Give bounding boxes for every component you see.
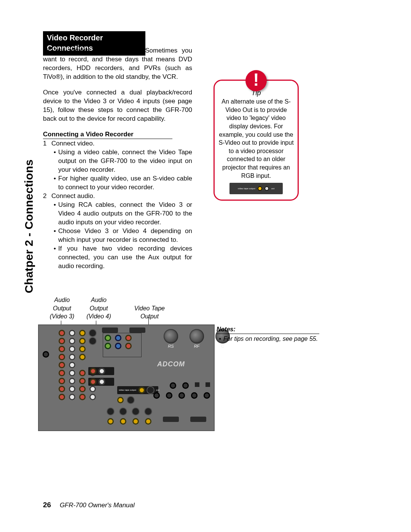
hdmi-port-icon xyxy=(129,328,145,333)
tip-panel-left-label: video tape output xyxy=(238,187,255,190)
knob-label: RF xyxy=(190,343,204,349)
notes-item: For tips on recording, see page 55. xyxy=(217,335,327,343)
highlight-video-tape-output: video tape output out xyxy=(117,386,158,394)
highlight-output xyxy=(88,378,114,386)
label-audio-out-v3: Audio Output (Video 3) xyxy=(45,296,80,321)
chapter-tab-text: Chatper 2 - Connections xyxy=(22,160,35,293)
step-title: Connect video. xyxy=(51,139,192,148)
intro-paragraph-1: It's not always about playback. Sometime… xyxy=(43,46,192,81)
bullet-item: Choose Video 3 or Video 4 depending on w… xyxy=(51,227,192,244)
bullet-item: If you have two video recording devices … xyxy=(51,244,192,271)
panel-row xyxy=(59,346,96,352)
svideo-icon xyxy=(264,186,269,191)
highlight-aux-output xyxy=(88,367,114,375)
chapter-tab: Chatper 2 - Connections xyxy=(21,160,37,293)
sub-header: Connecting a Video Recorder xyxy=(43,130,172,139)
bullet-item: Using a video cable, connect the Video T… xyxy=(51,148,192,174)
step-bullets: Using a video cable, connect the Video T… xyxy=(51,148,192,192)
step-title: Connect audio. xyxy=(51,192,192,201)
step-bullets: Using RCA cables, connect the Video 3 or… xyxy=(51,201,192,271)
step-number: 1 xyxy=(43,139,51,148)
diagram-labels: Audio Output (Video 3) Audio Output (Vid… xyxy=(45,296,170,321)
intro-paragraph-2: Once you've connected a dual playback/re… xyxy=(43,88,192,123)
rca-yellow-icon xyxy=(258,186,262,191)
tip-mini-panel: video tape output out xyxy=(229,183,283,194)
svideo-icon xyxy=(147,387,154,393)
svideo-icon xyxy=(127,397,134,403)
binding-post-icon xyxy=(190,329,204,343)
notes-block: Notes: For tips on recording, see page 5… xyxy=(217,325,327,343)
hdmi-port-icon xyxy=(190,417,206,422)
body-column: It's not always about playback. Sometime… xyxy=(43,46,192,271)
tip-panel-right-label: out xyxy=(271,187,274,190)
tip-body: An alternate use of the S-Video Out is t… xyxy=(218,97,294,180)
rca-white-icon xyxy=(99,379,105,385)
binding-post-icon xyxy=(164,329,178,343)
rca-yellow-icon xyxy=(139,387,145,393)
panel-row xyxy=(59,386,96,392)
step-row: 1 Connect video. xyxy=(43,139,192,148)
panel-row xyxy=(59,330,96,336)
tip-box: ! Tip An alternate use of the S-Video Ou… xyxy=(213,80,299,201)
hdmi-port-icon xyxy=(102,328,118,333)
brand-logo: ADCOM xyxy=(157,359,185,369)
panel-hl-out: out xyxy=(156,388,159,391)
component-block xyxy=(103,333,142,357)
exclamation-icon: ! xyxy=(245,70,267,91)
knob-label: C xyxy=(215,343,230,349)
panel-row xyxy=(59,354,96,360)
panel-hl-label: video tape output xyxy=(119,388,136,391)
page-footer: 26 GFR-700 Owner's Manual xyxy=(43,500,135,510)
manual-title: GFR-700 Owner's Manual xyxy=(60,502,135,509)
antenna-jack-icon xyxy=(43,351,49,358)
panel-row xyxy=(59,394,96,400)
step-number: 2 xyxy=(43,192,51,201)
rca-red-icon xyxy=(90,379,96,385)
rca-red-icon xyxy=(90,368,96,374)
bullet-item: Using RCA cables, connect the Video 3 or… xyxy=(51,201,192,227)
panel-row xyxy=(59,338,96,344)
page-number: 26 xyxy=(43,501,51,509)
rca-white-icon xyxy=(99,368,105,374)
bullet-item: For higher quality video, use an S-video… xyxy=(51,174,192,192)
knob-label: RS xyxy=(164,343,178,349)
step-row: 2 Connect audio. xyxy=(43,192,192,201)
hdmi-port-icon xyxy=(163,417,179,422)
rear-panel-diagram: video tape output out RS RF C ADCOM xyxy=(38,324,215,431)
label-video-tape-out: Video Tape Output xyxy=(129,304,170,321)
rca-yellow-icon xyxy=(117,397,124,403)
label-audio-out-v4: Audio Output (Video 4) xyxy=(81,296,116,321)
notes-list: For tips on recording, see page 55. xyxy=(217,335,327,343)
steps-list: 1 Connect video. Using a video cable, co… xyxy=(43,139,192,270)
notes-heading: Notes: xyxy=(217,325,319,334)
